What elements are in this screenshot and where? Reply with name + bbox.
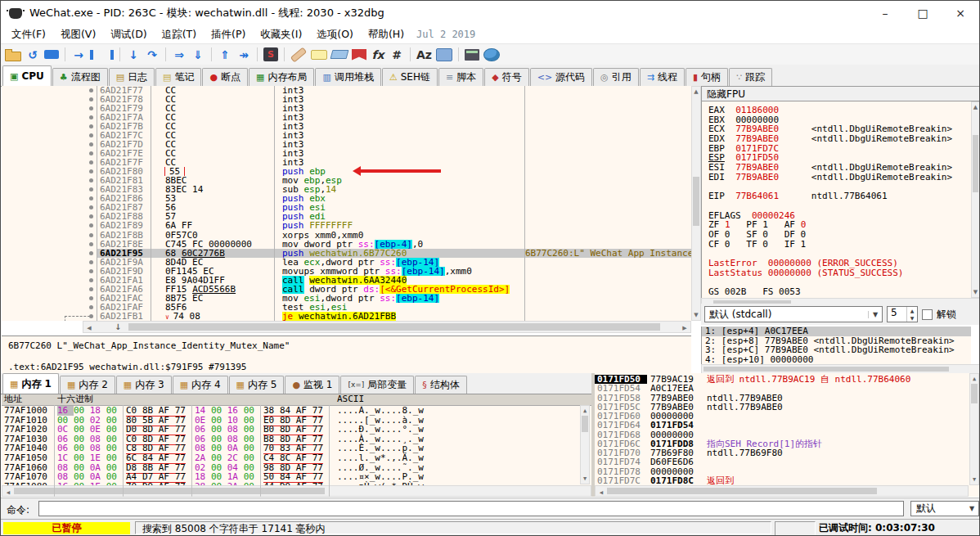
call-arg-line[interactable]: 1: [esp+4] A0C17EEA	[702, 327, 971, 336]
scroll-left-icon[interactable]: ◀	[597, 489, 605, 497]
toolbar-text-encode-icon[interactable]: Az	[416, 47, 432, 62]
toolbar-functions-icon[interactable]: fx	[371, 47, 385, 62]
disasm-row[interactable]: 6AD21F7CCCint3	[2, 131, 691, 140]
scroll-down-icon[interactable]: ▼	[972, 288, 979, 296]
tab-symbols[interactable]: ◆符号	[484, 68, 528, 86]
command-preset-select[interactable]: 默认 ▼	[910, 501, 979, 516]
toolbar-step-into-icon[interactable]: ↓	[126, 47, 141, 62]
disasm-row[interactable]: 6AD21F896A FFpush FFFFFFFF	[2, 221, 691, 230]
spin-up-icon[interactable]: ▲	[907, 307, 917, 314]
scroll-up-icon[interactable]: ▲	[970, 375, 978, 383]
chevron-down-icon[interactable]: ▼	[868, 311, 882, 318]
disasm-row[interactable]: 6AD21F77CCint3	[2, 86, 691, 95]
disasm-row[interactable]: 6AD21F7DCCint3	[2, 140, 691, 149]
tab-dump-2[interactable]: ▦内存 2	[60, 376, 115, 394]
disasm-vscrollbar[interactable]: ▲ ▼	[691, 86, 701, 321]
scroll-thumb[interactable]	[128, 323, 660, 331]
tab-locals[interactable]: [x=]局部变量	[340, 376, 414, 394]
menu-item-1[interactable]: 文件(F)	[4, 26, 53, 43]
tab-seh[interactable]: ⚠SEH链	[382, 68, 438, 86]
tab-source[interactable]: <>源代码	[530, 68, 592, 86]
command-input[interactable]	[38, 501, 904, 516]
close-button[interactable]: ×	[942, 1, 979, 25]
spin-down-icon[interactable]: ▼	[907, 314, 917, 322]
stack-hscrollbar[interactable]: ◀	[595, 485, 969, 497]
arg-count-stepper[interactable]: 5 ▲▼	[887, 306, 918, 322]
disasm-row[interactable]: 6AD21F9568 60C2776Bpush wechatwin.6B77C2…	[2, 249, 691, 258]
toolbar-step-down-icon[interactable]: ⇓	[191, 47, 205, 62]
scroll-down-icon[interactable]: ▼	[581, 475, 589, 483]
call-arg-line[interactable]: 4: [esp+10] 00000000	[702, 355, 971, 364]
scroll-up-icon[interactable]: ▲	[692, 88, 700, 96]
scroll-thumb[interactable]	[607, 488, 877, 494]
toolbar-comments-icon[interactable]	[311, 50, 327, 60]
menu-item-7[interactable]: 选项(O)	[309, 26, 361, 43]
toolbar-favourites-icon[interactable]	[352, 49, 366, 61]
stack-row[interactable]: 0171FD7C0171FD8C返回到	[595, 476, 980, 485]
stack-row[interactable]: 0171FD640171FD54	[595, 421, 980, 430]
toolbar-calculator-icon[interactable]	[465, 49, 479, 61]
disasm-row[interactable]: 6AD21F8383EC 14sub esp,14	[2, 185, 691, 194]
tab-threads[interactable]: ⇉线程	[640, 68, 685, 86]
tab-cpu[interactable]: ▣CPU	[2, 65, 52, 86]
disasm-row[interactable]: 6AD21F79CCint3	[2, 104, 691, 113]
disasm-row[interactable]: 6AD21F8B0F57C0xorps xmm0,xmm0	[2, 231, 691, 240]
unlock-checkbox[interactable]	[922, 309, 933, 320]
tab-breakpoints[interactable]: ●断点	[202, 68, 248, 86]
toolbar-run-to-user-code-icon[interactable]: ↠	[236, 47, 251, 62]
tab-notes[interactable]: ▤笔记	[155, 68, 201, 86]
toolbar-strings-icon[interactable]: S	[263, 47, 278, 61]
disasm-row[interactable]: 6AD21F8055push ebp	[2, 167, 691, 176]
toolbar-stop-icon[interactable]	[44, 50, 59, 59]
menu-item-2[interactable]: 视图(V)	[53, 26, 103, 43]
chevron-down-icon[interactable]: ▼	[965, 505, 978, 512]
scroll-thumb[interactable]	[704, 367, 949, 372]
scroll-down-icon[interactable]: ▼	[692, 311, 700, 319]
disasm-row[interactable]: 6AD21FAC8B75 ECmov esi,dword ptr ss:[ebp…	[2, 294, 691, 303]
toolbar-run-icon[interactable]: →	[71, 47, 86, 62]
toolbar-labels-icon[interactable]	[330, 50, 349, 59]
tab-dump-5[interactable]: ▦内存 5	[229, 376, 285, 394]
tab-log[interactable]: ▤日志	[109, 68, 155, 86]
dump-vscrollbar[interactable]: ▲ ▼	[580, 405, 590, 484]
calling-convention-select[interactable]: 默认 (stdcall) ▼	[704, 306, 883, 322]
memory-dump-panel[interactable]: 地址 十六进制 ASCII 77AF100016 00 18 00C0 8B A…	[2, 394, 591, 497]
disasm-row[interactable]: 6AD21FAF85F6test esi,esi	[2, 303, 691, 312]
scroll-thumb[interactable]	[973, 135, 978, 192]
scroll-left-icon[interactable]: ◀	[85, 324, 93, 332]
disasm-row[interactable]: 6AD21F9D0F1145 ECmovups xmmword ptr ss:[…	[2, 267, 691, 276]
minimize-button[interactable]: –	[866, 1, 904, 25]
toolbar-execute-till-return-icon[interactable]: ⇑	[218, 47, 232, 62]
disasm-row[interactable]: 6AD21FB1∨ 74 08je wechatwin.6AD21FBB	[2, 312, 691, 321]
scroll-thumb[interactable]	[582, 416, 588, 432]
disasm-row[interactable]: 6AD21F8EC745 FC 00000000mov dword ptr ss…	[2, 240, 691, 249]
disasm-row[interactable]: 6AD21FA6FF15 ACD5566Bcall dword ptr ds:[…	[2, 285, 691, 294]
tab-trace[interactable]: ∵跟踪	[729, 68, 772, 86]
tab-watch-1[interactable]: ●监视 1	[285, 376, 339, 394]
tab-memory-map[interactable]: ▦内存布局	[249, 68, 314, 86]
toolbar-open-file-icon[interactable]	[5, 52, 21, 61]
register-line[interactable]: LastStatus 00000000 (STATUS_SUCCESS)	[708, 268, 971, 278]
stack-panel[interactable]: 0171FD5077B9AC19返回到 ntdll.77B9AC19 自 ntd…	[595, 373, 980, 497]
tab-struct[interactable]: §结构体	[415, 376, 467, 394]
scroll-thumb[interactable]	[971, 384, 978, 403]
toolbar-phone-icon[interactable]	[436, 48, 452, 61]
dump-hscrollbar[interactable]: ◀	[2, 485, 591, 497]
scroll-down-icon[interactable]: ▼	[970, 475, 978, 484]
tab-script[interactable]: ≡脚本	[438, 68, 483, 86]
disasm-row[interactable]: 6AD21F78CCint3	[2, 95, 691, 104]
maximize-button[interactable]: □	[904, 1, 942, 25]
scroll-up-icon[interactable]: ▲	[581, 407, 589, 415]
disasm-row[interactable]: 6AD21F7FCCint3	[2, 158, 691, 167]
disasm-row[interactable]: 6AD21F7ACCint3	[2, 113, 691, 122]
tab-dump-1[interactable]: ▦内存 1	[2, 373, 59, 394]
register-line[interactable]: EDI 77B9ABE0 <ntdll.DbgUiRemoteBreakin>	[708, 173, 971, 182]
register-line[interactable]: EIP 77B64061 ntdll.77B64061	[708, 191, 971, 201]
stack-row[interactable]: 0171FD74D60FE6D6	[595, 457, 980, 466]
toolbar-step-over-icon[interactable]: ↷	[145, 47, 160, 62]
register-line[interactable]: CF 0 TF 0 IF 1	[708, 240, 971, 250]
disasm-hscrollbar[interactable]: ◀ ↓ ▶	[83, 321, 691, 333]
disassembly-panel[interactable]: 6AD21F77CCint36AD21F78CCint36AD21F79CCin…	[2, 86, 691, 321]
menu-item-5[interactable]: 插件(P)	[204, 26, 253, 43]
disasm-row[interactable]: 6AD21F7ECCint3	[2, 149, 691, 158]
